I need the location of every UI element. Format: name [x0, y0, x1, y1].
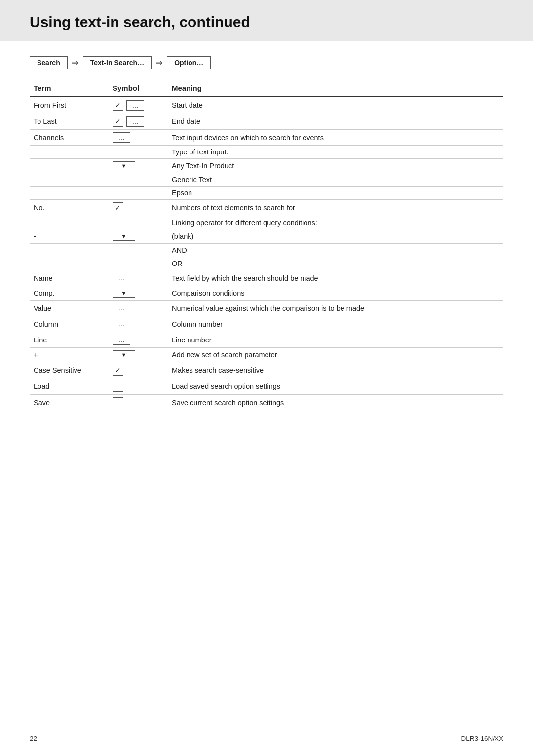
table-row: Save Save current search option settings: [30, 395, 503, 411]
table-row: AND: [30, 244, 503, 257]
symbol-cell: [109, 200, 168, 216]
title-bar: Using text-in search, continued: [0, 0, 533, 41]
ellipsis-button[interactable]: …: [113, 319, 130, 329]
table-row: Channels … Text input devices on which t…: [30, 130, 503, 146]
term-cell: [30, 187, 109, 200]
arrow-icon-2: ⇒: [155, 57, 163, 68]
ellipsis-button[interactable]: …: [113, 303, 130, 313]
term-cell: [30, 216, 109, 229]
term-cell: To Last: [30, 113, 109, 130]
table-row: No. Numbers of text elements to search f…: [30, 200, 503, 216]
meaning-cell: Makes search case-sensitive: [168, 362, 503, 378]
term-cell: From First: [30, 97, 109, 113]
ellipsis-button[interactable]: …: [126, 100, 144, 111]
symbol-cell: [109, 146, 168, 159]
term-cell: No.: [30, 200, 109, 216]
ellipsis-button[interactable]: …: [126, 116, 144, 127]
symbol-cell: …: [109, 113, 168, 130]
meaning-cell: Text field by which the search should be…: [168, 270, 503, 286]
table-row: Case Sensitive Makes search case-sensiti…: [30, 362, 503, 378]
dropdown-arrow-icon: ▼: [121, 290, 127, 296]
meaning-cell: (blank): [168, 229, 503, 244]
meaning-cell: AND: [168, 244, 503, 257]
breadcrumb: Search ⇒ Text-In Search… ⇒ Option…: [30, 56, 503, 69]
ellipsis-button[interactable]: …: [113, 335, 130, 345]
table-row: To Last … End date: [30, 113, 503, 130]
meaning-cell: Line number: [168, 332, 503, 348]
symbol-cell: …: [109, 97, 168, 113]
dropdown-button[interactable]: ▼: [113, 161, 135, 170]
table-row: Generic Text: [30, 173, 503, 187]
checkbox-icon[interactable]: [113, 100, 123, 111]
term-cell: Case Sensitive: [30, 362, 109, 378]
symbol-cell: …: [109, 332, 168, 348]
term-cell: Name: [30, 270, 109, 286]
symbol-cell: ▼: [109, 229, 168, 244]
dropdown-button[interactable]: ▼: [113, 289, 135, 298]
arrow-icon-1: ⇒: [72, 57, 79, 68]
symbol-cell: [109, 257, 168, 270]
term-cell: [30, 159, 109, 173]
checkbox-icon[interactable]: [113, 116, 123, 127]
term-cell: [30, 173, 109, 187]
dropdown-arrow-icon: ▼: [121, 233, 127, 239]
dropdown-arrow-icon: ▼: [121, 163, 127, 169]
table-row: Value … Numerical value against which th…: [30, 301, 503, 316]
meaning-cell: Linking operator for different query con…: [168, 216, 503, 229]
term-cell: Line: [30, 332, 109, 348]
ellipsis-button[interactable]: …: [113, 132, 130, 143]
page: Using text-in search, continued Search ⇒…: [0, 0, 533, 756]
meaning-cell: Type of text input:: [168, 146, 503, 159]
meaning-cell: Any Text-In Product: [168, 159, 503, 173]
meaning-cell: Numerical value against which the compar…: [168, 301, 503, 316]
term-cell: +: [30, 348, 109, 362]
table-row: + ▼ Add new set of search parameter: [30, 348, 503, 362]
symbol-cell: [109, 216, 168, 229]
table-row: Epson: [30, 187, 503, 200]
table-row: OR: [30, 257, 503, 270]
table-row: Type of text input:: [30, 146, 503, 159]
meaning-cell: Load saved search option settings: [168, 378, 503, 395]
meaning-cell: Generic Text: [168, 173, 503, 187]
term-cell: Column: [30, 316, 109, 332]
col-header-meaning: Meaning: [168, 81, 503, 97]
page-title: Using text-in search, continued: [30, 14, 503, 31]
term-cell: Load: [30, 378, 109, 395]
term-cell: -: [30, 229, 109, 244]
checkbox-icon[interactable]: [113, 365, 123, 376]
term-cell: Comp.: [30, 286, 109, 301]
symbol-cell: ▼: [109, 159, 168, 173]
dropdown-arrow-icon: ▼: [121, 352, 127, 358]
breadcrumb-text-in-search[interactable]: Text-In Search…: [83, 56, 152, 69]
ellipsis-button[interactable]: …: [113, 273, 130, 283]
checkbox-icon[interactable]: [113, 202, 123, 213]
plain-box-icon: [113, 381, 123, 392]
footer: 22 DLR3-16N/XX: [30, 735, 503, 742]
symbol-cell: [109, 244, 168, 257]
dropdown-button[interactable]: ▼: [113, 350, 135, 359]
term-cell: Value: [30, 301, 109, 316]
product-code: DLR3-16N/XX: [461, 735, 503, 742]
term-cell: [30, 146, 109, 159]
symbol-cell: [109, 395, 168, 411]
meaning-cell: OR: [168, 257, 503, 270]
symbol-cell: …: [109, 270, 168, 286]
page-number: 22: [30, 735, 37, 742]
meaning-cell: Start date: [168, 97, 503, 113]
table-row: Line … Line number: [30, 332, 503, 348]
col-header-term: Term: [30, 81, 109, 97]
col-header-symbol: Symbol: [109, 81, 168, 97]
meaning-cell: Epson: [168, 187, 503, 200]
table-row: Name … Text field by which the search sh…: [30, 270, 503, 286]
symbol-cell: [109, 378, 168, 395]
table-row: Comp. ▼ Comparison conditions: [30, 286, 503, 301]
breadcrumb-option[interactable]: Option…: [167, 56, 211, 69]
term-cell: Channels: [30, 130, 109, 146]
dropdown-button[interactable]: ▼: [113, 232, 135, 241]
table-row: From First … Start date: [30, 97, 503, 113]
breadcrumb-search[interactable]: Search: [30, 56, 68, 69]
symbol-cell: ▼: [109, 286, 168, 301]
symbol-cell: …: [109, 130, 168, 146]
symbol-cell: [109, 173, 168, 187]
symbol-cell: ▼: [109, 348, 168, 362]
